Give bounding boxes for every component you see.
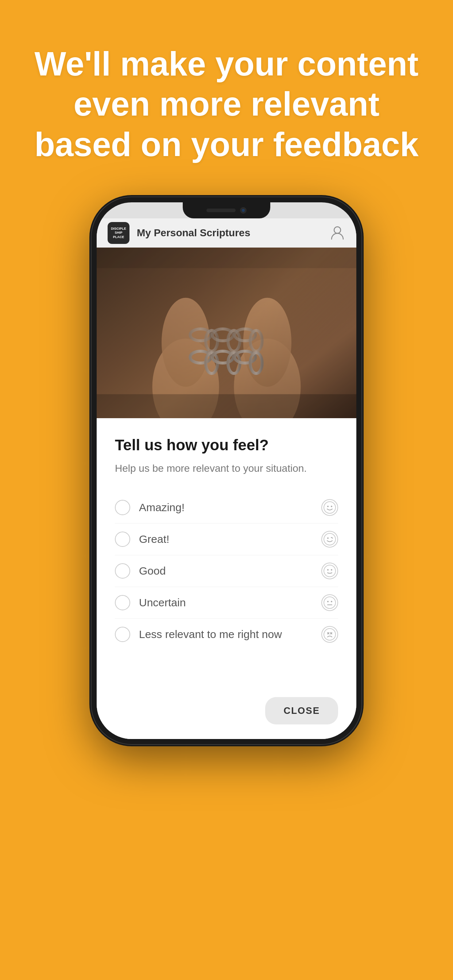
svg-point-21: [327, 506, 329, 507]
option-label-amazing: Amazing!: [139, 501, 185, 514]
feedback-subtitle: Help us be more relevant to your situati…: [115, 463, 338, 474]
svg-point-26: [327, 569, 329, 571]
option-row-good[interactable]: Good: [115, 555, 338, 587]
notch-camera: [240, 207, 247, 214]
option-left: Amazing!: [115, 500, 185, 515]
option-label-uncertain: Uncertain: [139, 597, 186, 609]
radio-great[interactable]: [115, 531, 130, 547]
hero-title: We'll make your content even more releva…: [29, 44, 424, 164]
option-left: Less relevant to me right now: [115, 627, 282, 642]
option-row-amazing[interactable]: Amazing!: [115, 492, 338, 523]
emoji-good: [321, 563, 338, 579]
close-button[interactable]: CLOSE: [265, 697, 338, 724]
app-header: DISCIPLE SHIP PLACE My Personal Scriptur…: [97, 218, 356, 248]
app-title: My Personal Scriptures: [137, 227, 322, 239]
phone-outer: DISCIPLE SHIP PLACE My Personal Scriptur…: [91, 197, 362, 744]
svg-point-22: [331, 506, 332, 507]
svg-rect-19: [97, 248, 356, 268]
hero-section: We'll make your content even more releva…: [0, 0, 453, 186]
emoji-less-relevant: [321, 626, 338, 643]
svg-point-24: [327, 538, 329, 539]
svg-point-32: [324, 628, 335, 640]
option-label-less-relevant: Less relevant to me right now: [139, 628, 282, 641]
option-row-uncertain[interactable]: Uncertain: [115, 587, 338, 619]
option-left: Great!: [115, 531, 169, 547]
app-logo: DISCIPLE SHIP PLACE: [108, 222, 129, 244]
svg-point-25: [324, 565, 335, 577]
notch-speaker: [206, 208, 236, 212]
phone-mockup: DISCIPLE SHIP PLACE My Personal Scriptur…: [0, 197, 453, 744]
feedback-card: Tell us how you feel? Help us be more re…: [97, 418, 356, 739]
svg-point-29: [327, 601, 329, 602]
option-label-good: Good: [139, 565, 166, 577]
svg-point-0: [334, 227, 341, 233]
option-left: Good: [115, 563, 166, 579]
phone-screen: DISCIPLE SHIP PLACE My Personal Scriptur…: [97, 202, 356, 739]
emoji-uncertain: [321, 594, 338, 611]
chains-visual: [97, 248, 356, 444]
radio-amazing[interactable]: [115, 500, 130, 515]
emoji-amazing: [321, 499, 338, 516]
option-row-great[interactable]: Great!: [115, 523, 338, 555]
emoji-great: [321, 531, 338, 547]
radio-good[interactable]: [115, 563, 130, 579]
radio-uncertain[interactable]: [115, 595, 130, 610]
phone-notch: [183, 202, 270, 218]
option-label-great: Great!: [139, 533, 169, 546]
svg-point-30: [331, 601, 332, 602]
content-image: [97, 248, 356, 444]
option-row-less-relevant[interactable]: Less relevant to me right now: [115, 619, 338, 650]
svg-point-20: [324, 502, 335, 513]
svg-point-27: [331, 569, 332, 571]
feedback-title: Tell us how you feel?: [115, 436, 338, 454]
svg-point-3: [161, 298, 210, 387]
svg-point-28: [324, 597, 335, 608]
profile-icon[interactable]: [329, 225, 345, 241]
radio-less-relevant[interactable]: [115, 627, 130, 642]
option-left: Uncertain: [115, 595, 186, 610]
svg-point-23: [324, 533, 335, 545]
